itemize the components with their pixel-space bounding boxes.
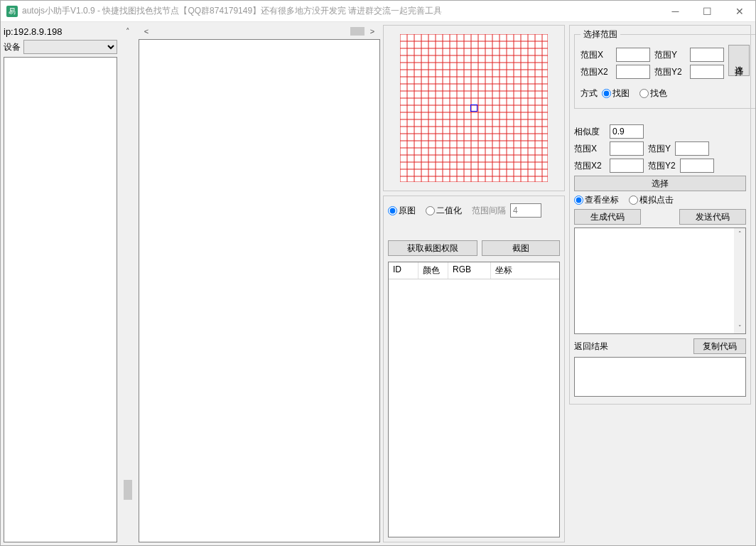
range-fieldset: 选择范围 范围X 范围Y 范围X2 — [574, 28, 755, 109]
result-output-area[interactable] — [574, 357, 746, 397]
radio-view-coord[interactable]: 查看坐标 — [574, 194, 619, 206]
label-range-y2-b: 范围Y2 — [648, 160, 676, 172]
range-group: 选择范围 范围X 范围Y 范围X2 — [569, 25, 751, 405]
column-b: 选择范围 范围X 范围Y 范围X2 — [569, 25, 751, 542]
result-label: 返回结果 — [574, 341, 608, 353]
send-code-button[interactable]: 发送代码 — [679, 209, 746, 225]
range-legend: 选择范围 — [580, 28, 620, 41]
color-table[interactable]: ID 颜色 RGB 坐标 — [388, 262, 560, 537]
input-range-y-b[interactable] — [675, 141, 709, 156]
device-row: 设备 — [4, 40, 117, 54]
input-range-y2[interactable] — [690, 65, 724, 79]
maximize-button[interactable]: ☐ — [691, 1, 723, 21]
window-title: autojs小助手V1.0.9 - 快捷找图找色找节点【QQ群874179149… — [22, 5, 659, 17]
chevron-right-icon: > — [367, 27, 377, 36]
similarity-label: 相似度 — [574, 126, 605, 138]
chevron-up-icon: ˄ — [123, 27, 133, 36]
th-coord: 坐标 — [491, 262, 559, 279]
image-mode-group: 原图 二值化 范围间隔 获取截图权限 截图 — [383, 196, 565, 542]
mid-scrollbar-horizontal[interactable]: < > — [139, 25, 380, 38]
left-panel: ip:192.8.9.198 设备 — [4, 25, 117, 542]
scroll-up-icon[interactable]: ˄ — [734, 228, 745, 240]
input-range-x[interactable] — [616, 48, 650, 62]
color-table-body[interactable] — [389, 279, 559, 457]
mode-label: 方式 — [580, 87, 598, 100]
th-rgb: RGB — [448, 262, 491, 279]
radio-view-coord-label: 查看坐标 — [585, 194, 619, 206]
content-area: ip:192.8.9.198 设备 ˄ < > — [1, 22, 755, 545]
input-range-x2[interactable] — [616, 65, 650, 79]
device-select[interactable] — [23, 40, 117, 54]
code-scrollbar[interactable]: ˄ ˅ — [734, 228, 745, 333]
color-table-header: ID 颜色 RGB 坐标 — [389, 262, 559, 279]
label-range-y2: 范围Y2 — [654, 66, 686, 78]
screenshot-canvas[interactable] — [139, 39, 380, 542]
titlebar: 易 autojs小助手V1.0.9 - 快捷找图找色找节点【QQ群8741791… — [1, 1, 755, 22]
select-button-2[interactable]: 选择 — [574, 176, 746, 191]
device-list[interactable] — [4, 57, 117, 542]
window-controls: ─ ☐ ✕ — [659, 1, 755, 21]
input-range-x-b[interactable] — [610, 141, 644, 156]
radio-original[interactable]: 原图 — [388, 205, 416, 217]
radio-sim-click[interactable]: 模拟点击 — [629, 194, 674, 206]
copy-code-button[interactable]: 复制代码 — [693, 338, 746, 354]
radio-original-label: 原图 — [399, 205, 416, 217]
screenshot-buttons-row: 获取截图权限 截图 — [388, 240, 560, 256]
minimize-button[interactable]: ─ — [659, 1, 691, 21]
similarity-input[interactable] — [610, 124, 644, 139]
ip-label: ip:192.8.9.198 — [4, 25, 117, 38]
select-range-button[interactable]: 选择 — [728, 45, 750, 76]
device-label: 设备 — [4, 41, 21, 53]
radio-find-color-label: 找色 — [650, 87, 667, 100]
close-button[interactable]: ✕ — [723, 1, 755, 21]
radio-sim-click-label: 模拟点击 — [639, 194, 674, 206]
input-range-y2-b[interactable] — [680, 159, 714, 173]
center-marker — [470, 105, 477, 112]
generate-code-button[interactable]: 生成代码 — [574, 209, 641, 225]
right-columns: 原图 二值化 范围间隔 获取截图权限 截图 — [383, 25, 752, 542]
magnifier-group — [383, 25, 565, 191]
range-interval-input — [510, 203, 541, 218]
magnifier-grid[interactable] — [400, 34, 548, 182]
splitter-vertical[interactable]: ˄ — [120, 25, 136, 542]
app-window: 易 autojs小助手V1.0.9 - 快捷找图找色找节点【QQ群8741791… — [0, 0, 756, 546]
input-range-y[interactable] — [690, 48, 724, 62]
input-range-x2-b[interactable] — [610, 159, 644, 173]
app-icon: 易 — [6, 6, 18, 17]
radio-find-color[interactable]: 找色 — [639, 87, 667, 100]
column-a: 原图 二值化 范围间隔 获取截图权限 截图 — [383, 25, 565, 542]
mid-panel: < > — [139, 25, 380, 542]
label-range-x-b: 范围X — [574, 143, 605, 155]
label-range-x: 范围X — [580, 49, 612, 61]
th-color: 颜色 — [418, 262, 448, 279]
splitter-thumb[interactable] — [124, 480, 132, 500]
radio-binary[interactable]: 二值化 — [426, 205, 462, 217]
radio-find-image[interactable]: 找图 — [602, 87, 630, 100]
get-screenshot-permission-button[interactable]: 获取截图权限 — [388, 240, 477, 256]
scroll-down-icon[interactable]: ˅ — [734, 322, 745, 333]
th-id: ID — [389, 262, 418, 279]
label-range-y-b: 范围Y — [648, 143, 671, 155]
code-output-area[interactable]: ˄ ˅ — [574, 228, 746, 334]
range-interval-label: 范围间隔 — [472, 205, 506, 217]
label-range-x2: 范围X2 — [580, 66, 612, 78]
label-range-x2-b: 范围X2 — [574, 160, 605, 172]
label-range-y: 范围Y — [654, 49, 686, 61]
chevron-left-icon: < — [141, 27, 151, 36]
screenshot-button[interactable]: 截图 — [482, 240, 560, 256]
image-mode-row: 原图 二值化 范围间隔 — [388, 203, 560, 218]
hscroll-thumb[interactable] — [350, 27, 364, 36]
radio-binary-label: 二值化 — [436, 205, 462, 217]
radio-find-image-label: 找图 — [612, 87, 630, 100]
